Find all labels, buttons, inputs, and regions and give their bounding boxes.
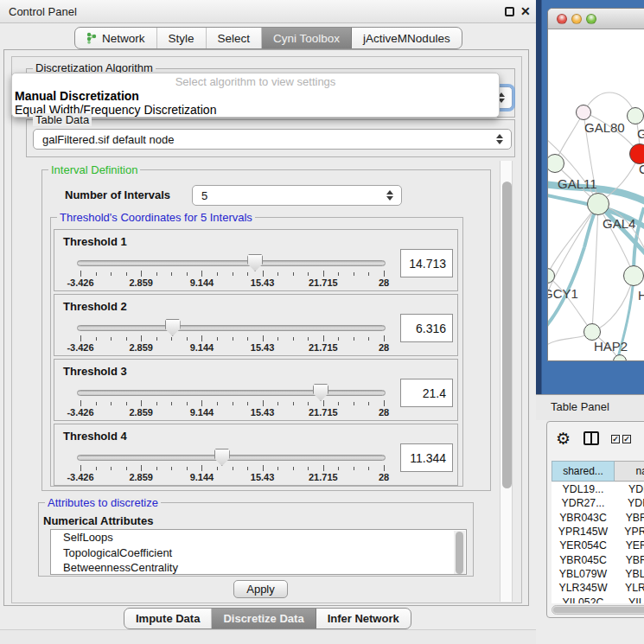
tick-mark (368, 402, 369, 405)
tab-infer-network[interactable]: Infer Network (316, 609, 411, 628)
table-row[interactable]: YIL052CYIL052C (552, 595, 644, 603)
columns-icon[interactable] (583, 431, 599, 445)
table-row[interactable]: YPR145WYPR145W (552, 525, 644, 539)
gear-icon[interactable]: ⚙ (556, 429, 571, 449)
float-window-icon[interactable] (505, 7, 514, 16)
scrollbar-thumb[interactable] (502, 182, 512, 488)
tab-network[interactable]: Network (75, 28, 157, 48)
table-row[interactable]: YDL19...YDL19... (552, 482, 644, 496)
table-row[interactable]: YBR043CYBR043C (552, 511, 644, 525)
tab-discretize-data[interactable]: Discretize Data (212, 609, 316, 628)
tick-mark (308, 272, 309, 276)
top-tab-bar: NetworkStyleSelectCyni ToolboxjActiveMNo… (74, 27, 462, 49)
tick-mark (338, 337, 339, 341)
apply-button[interactable]: Apply (233, 580, 288, 598)
slider-thumb[interactable] (313, 384, 328, 401)
cell-shared-name[interactable]: YDR27... (552, 496, 615, 510)
slider-track[interactable] (77, 455, 386, 461)
cell-name[interactable]: YER054C (615, 539, 644, 552)
tab-style[interactable]: Style (157, 28, 207, 48)
cell-name[interactable]: YPR145W (615, 525, 644, 539)
cell-name[interactable]: YIL052C (615, 595, 644, 603)
tab-cyni-toolbox[interactable]: Cyni Toolbox (262, 28, 352, 48)
tick-label: 9.144 (190, 472, 214, 482)
cell-shared-name[interactable]: YDL19... (552, 482, 615, 496)
list-scrollbar[interactable] (454, 531, 465, 575)
number-of-intervals-spinner[interactable]: 5 (192, 185, 402, 206)
numerical-attributes-list[interactable]: SelfLoopsTopologicalCoefficientBetweenne… (50, 529, 467, 575)
table-row[interactable]: YLR345WYLR345W (552, 581, 644, 595)
node-label-hap2: HAP2 (594, 339, 628, 354)
table-data-combobox[interactable]: galFiltered.sif default node (33, 129, 512, 150)
threshold-value-field[interactable]: 21.4 (400, 379, 453, 407)
tab-impute-data[interactable]: Impute Data (124, 609, 212, 628)
network-node[interactable] (576, 105, 591, 120)
slider-track[interactable] (77, 390, 386, 396)
tick-mark (354, 337, 354, 341)
scrollbar-thumb[interactable] (456, 532, 463, 574)
zoom-window-icon[interactable] (586, 14, 596, 24)
tick-label: 15.43 (251, 277, 275, 288)
network-canvas[interactable]: GAL80GACGAL11GAL4GCY1HHAP2 (548, 29, 644, 361)
slider-track[interactable] (77, 260, 386, 266)
tick-label: -3.426 (67, 342, 93, 353)
tab-select[interactable]: Select (207, 28, 263, 48)
network-window[interactable]: GAL80GACGAL11GAL4GCY1HHAP2 (547, 8, 644, 361)
threshold-value-field[interactable]: 14.713 (400, 249, 453, 277)
attribute-item-topologicalcoefficient[interactable]: TopologicalCoefficient (51, 545, 466, 561)
cell-name[interactable]: YLR345W (615, 581, 644, 595)
tick-mark (96, 337, 97, 341)
tab-jactivemnodules[interactable]: jActiveMNodules (352, 28, 462, 48)
form-vertical-scrollbar[interactable] (500, 161, 513, 602)
table-row[interactable]: YBR045CYBR045C (552, 552, 644, 566)
slider-thumb[interactable] (165, 319, 181, 336)
close-window-icon[interactable] (557, 14, 567, 24)
slider-thumb[interactable] (214, 449, 230, 466)
table-row[interactable]: YER054CYER054C (552, 539, 644, 552)
table-row[interactable]: YDR27...YDR27... (552, 496, 644, 510)
tab-label: Network (102, 32, 145, 45)
network-node[interactable] (587, 193, 609, 215)
cell-shared-name[interactable]: YBR045C (552, 552, 615, 566)
slider-track[interactable] (77, 325, 386, 331)
threshold-value-field[interactable]: 6.316 (400, 314, 453, 342)
tick-mark (368, 467, 369, 470)
slider-thumb[interactable] (247, 254, 263, 271)
checkbox-icon[interactable]: ✓ (622, 435, 631, 443)
table-horizontal-scrollbar[interactable] (552, 605, 644, 615)
cell-shared-name[interactable]: YBR043C (552, 511, 615, 525)
column-header-shared-name[interactable]: shared... (552, 461, 615, 481)
column-header-name[interactable]: name (615, 461, 644, 481)
cell-shared-name[interactable]: YIL052C (552, 595, 615, 603)
cell-name[interactable]: YBR043C (615, 511, 644, 525)
cell-name[interactable]: YBR045C (615, 552, 644, 566)
minimize-window-icon[interactable] (571, 14, 582, 24)
cell-shared-name[interactable]: YBL079W (552, 567, 615, 581)
tick-mark (187, 337, 188, 341)
cell-name[interactable]: YBL079W (615, 567, 644, 581)
attribute-item-selfloops[interactable]: SelfLoops (51, 530, 466, 545)
tick-label: 2.859 (129, 472, 153, 482)
cell-shared-name[interactable]: YLR345W (552, 581, 615, 595)
close-icon[interactable]: ✕ (520, 4, 531, 18)
cell-name[interactable]: YDR27... (615, 496, 644, 510)
threshold-value-field[interactable]: 11.344 (400, 443, 453, 472)
network-window-titlebar[interactable] (548, 9, 644, 29)
attribute-item-betweennesscentrality[interactable]: BetweennessCentrality (51, 560, 466, 575)
tick-mark (187, 402, 188, 405)
tick-mark (233, 272, 233, 276)
tick-mark (293, 272, 294, 276)
cell-name[interactable]: YDL19... (615, 482, 644, 496)
cell-shared-name[interactable]: YER054C (552, 539, 615, 552)
tick-mark (354, 402, 354, 405)
checkbox-icon[interactable]: ✓ (611, 435, 620, 443)
scrollbar-thumb[interactable] (553, 607, 644, 613)
network-node[interactable] (623, 265, 644, 286)
network-node[interactable] (627, 107, 644, 124)
tick-mark (368, 272, 369, 276)
tick-mark (96, 402, 97, 405)
network-node[interactable] (583, 323, 601, 341)
table-row[interactable]: YBL079WYBL079W (552, 567, 644, 581)
algorithm-option-manual-discretization[interactable]: Manual Discretization (12, 89, 499, 103)
cell-shared-name[interactable]: YPR145W (552, 525, 615, 539)
